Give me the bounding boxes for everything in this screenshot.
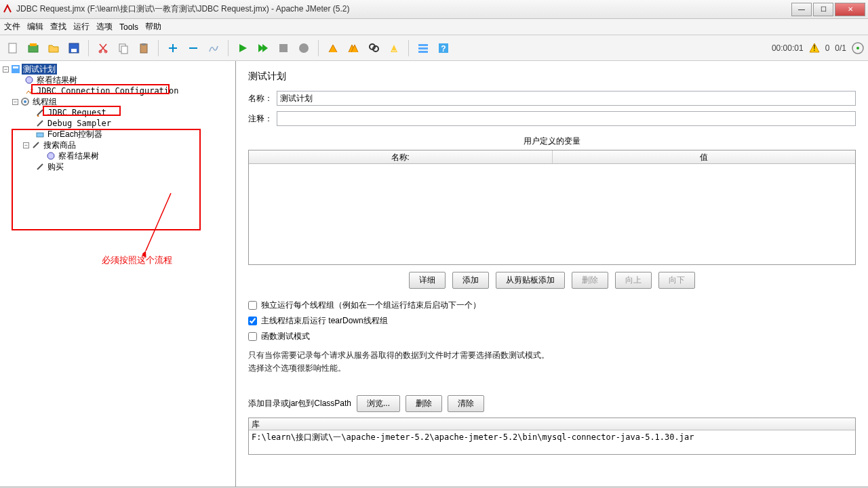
comment-input[interactable] [277, 111, 856, 126]
threadgroup-icon [20, 97, 30, 106]
menu-search[interactable]: 查找 [50, 21, 66, 33]
classpath-table[interactable]: 库 F:\learn\接口测试\一\apache-jmeter-5.2\apac… [248, 418, 856, 455]
window-title: JDBC Request.jmx (F:\learn\接口测试\一教育测试\JD… [16, 3, 790, 15]
name-input[interactable] [277, 91, 856, 106]
svg-point-32 [24, 100, 26, 103]
paste-icon[interactable] [135, 39, 153, 57]
up-button[interactable]: 向上 [615, 272, 652, 289]
shutdown-icon[interactable] [295, 39, 313, 57]
new-icon[interactable] [4, 39, 22, 57]
lib-row[interactable]: F:\learn\接口测试\一\apache-jmeter-5.2\apache… [249, 430, 855, 445]
tree-label[interactable]: 察看结果树 [57, 150, 100, 161]
controller-icon [35, 129, 45, 139]
tree-label[interactable]: Debug Sampler [46, 118, 113, 129]
cut-icon[interactable] [94, 39, 112, 57]
svg-rect-0 [9, 43, 16, 53]
tree-item[interactable]: 察看结果树 [3, 75, 233, 85]
tree-item[interactable]: − 搜索商品 [3, 140, 233, 150]
svg-point-30 [31, 89, 33, 91]
toggle-icon[interactable] [205, 39, 222, 57]
menu-bar: 文件 编辑 查找 运行 选项 Tools 帮助 [0, 19, 868, 35]
maximize-button[interactable]: ☐ [813, 3, 833, 16]
tree-item[interactable]: JDBC Connection Configuration [3, 85, 233, 96]
svg-rect-27 [12, 65, 20, 73]
svg-point-15 [299, 43, 309, 53]
tree-item[interactable]: JDBC Request [3, 107, 233, 118]
tree-item[interactable]: 购买 [3, 161, 233, 172]
collapse-icon[interactable]: − [23, 142, 29, 148]
clear-icon[interactable] [324, 39, 342, 57]
functional-mode-checkbox[interactable] [248, 332, 257, 341]
start-no-pause-icon[interactable] [254, 39, 272, 57]
stop-icon[interactable] [275, 39, 292, 57]
minimize-button[interactable]: — [791, 3, 812, 16]
menu-file[interactable]: 文件 [4, 21, 20, 33]
tree-label[interactable]: 搜索商品 [42, 140, 77, 150]
expand-icon[interactable] [164, 39, 182, 57]
menu-help[interactable]: 帮助 [145, 21, 161, 33]
collapse-icon[interactable]: − [3, 66, 9, 73]
search-icon[interactable] [365, 39, 382, 57]
svg-point-26 [856, 47, 859, 49]
menu-tools[interactable]: Tools [119, 22, 138, 32]
tree-label[interactable]: JDBC Request [46, 107, 108, 118]
teardown-checkbox[interactable] [248, 317, 257, 325]
vars-table[interactable]: 名称: 值 [248, 150, 856, 265]
tree-root[interactable]: − 测试计划 [3, 64, 233, 75]
tree-panel: − 测试计划 察看结果树 JDBC Connection Configurati… [0, 61, 236, 487]
annotation-text: 必须按照这个流程 [102, 254, 172, 266]
menu-edit[interactable]: 编辑 [27, 21, 43, 33]
start-icon[interactable] [234, 39, 252, 57]
down-button[interactable]: 向下 [658, 272, 695, 289]
tree-label[interactable]: 线程组 [31, 96, 58, 107]
elapsed-time: 00:00:01 [772, 43, 804, 53]
clear-button[interactable]: 清除 [448, 395, 484, 412]
help-icon[interactable]: ? [435, 39, 452, 57]
save-icon[interactable] [65, 39, 83, 57]
svg-rect-28 [13, 66, 18, 68]
lib-header: 库 [249, 418, 855, 430]
tree-item[interactable]: Debug Sampler [3, 118, 233, 129]
function-helper-icon[interactable] [414, 39, 432, 57]
svg-text:!: ! [813, 43, 815, 53]
sampler-icon [35, 119, 45, 128]
open-icon[interactable] [45, 39, 62, 57]
tree-label[interactable]: 察看结果树 [35, 75, 79, 85]
tree-item[interactable]: ForEach控制器 [3, 129, 233, 140]
cb2-label: 主线程结束后运行 tearDown线程组 [261, 315, 388, 327]
collapse-icon[interactable]: − [12, 99, 18, 105]
delete-jar-button[interactable]: 删除 [406, 395, 442, 412]
delete-button[interactable]: 删除 [572, 272, 608, 289]
tree-root-label[interactable]: 测试计划 [22, 64, 57, 75]
tree-label[interactable]: JDBC Connection Configuration [35, 85, 180, 96]
vars-title: 用户定义的变量 [248, 136, 856, 147]
collapse-icon[interactable] [184, 39, 202, 57]
menu-options[interactable]: 选项 [96, 21, 113, 33]
svg-rect-20 [418, 47, 428, 49]
sampler-icon [31, 140, 41, 150]
tree-label[interactable]: 购买 [46, 161, 65, 172]
add-from-clipboard-button[interactable]: 从剪贴板添加 [496, 272, 565, 289]
clear-all-icon[interactable] [344, 39, 362, 57]
browse-button[interactable]: 浏览... [357, 395, 400, 412]
tree-item[interactable]: 察看结果树 [3, 150, 233, 161]
gauge-icon[interactable] [852, 42, 864, 54]
templates-icon[interactable] [24, 39, 42, 57]
add-button[interactable]: 添加 [452, 272, 489, 289]
tree-item-threadgroup[interactable]: − 线程组 [3, 96, 233, 107]
svg-rect-33 [37, 133, 43, 137]
tree-label[interactable]: ForEach控制器 [46, 129, 104, 140]
detail-button[interactable]: 详细 [409, 272, 446, 289]
menu-run[interactable]: 运行 [73, 21, 90, 33]
svg-rect-1 [28, 45, 38, 52]
title-bar: JDBC Request.jmx (F:\learn\接口测试\一教育测试\JD… [0, 0, 868, 19]
svg-point-29 [26, 77, 33, 83]
serialize-checkbox[interactable] [248, 301, 257, 310]
copy-icon[interactable] [115, 39, 132, 57]
sampler-icon [35, 162, 45, 171]
svg-rect-19 [418, 44, 428, 46]
reset-search-icon[interactable] [385, 39, 403, 57]
listener-icon [24, 75, 34, 85]
warning-icon[interactable]: ! [809, 43, 820, 54]
close-button[interactable]: ✕ [835, 3, 865, 16]
